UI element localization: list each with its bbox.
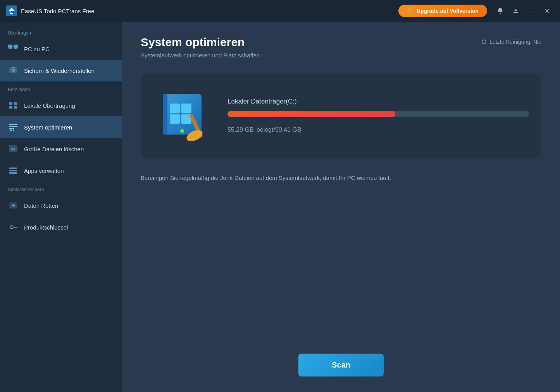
content-area: System optimieren Systemlaufwerk optimie… [122, 22, 560, 392]
sichern-icon [8, 65, 19, 76]
svg-rect-27 [9, 172, 17, 174]
lock-icon: 🔒 [407, 8, 414, 14]
svg-rect-22 [13, 130, 14, 131]
svg-rect-18 [9, 124, 17, 125]
app-logo-icon [6, 5, 17, 16]
svg-rect-39 [181, 104, 191, 113]
svg-rect-13 [12, 67, 15, 68]
system-optimieren-icon [8, 122, 19, 133]
sidebar-item-label: Produktschlüssel [24, 224, 68, 231]
minimize-button[interactable]: — [524, 4, 538, 18]
drive-card: Lokaler Datenträger(C:) 55.29 GB belegt/… [141, 74, 541, 158]
sidebar-item-pc-zu-pc[interactable]: PC zu PC [0, 38, 122, 60]
svg-point-42 [180, 129, 184, 133]
content-header: System optimieren Systemlaufwerk optimie… [122, 22, 560, 66]
drive-name: Lokaler Datenträger(C:) [227, 98, 529, 105]
drive-info: Lokaler Datenträger(C:) 55.29 GB belegt/… [227, 98, 529, 135]
page-title: System optimieren [141, 36, 260, 49]
grosse-dateien-icon: GB [8, 143, 19, 154]
sidebar-item-produktschlussel[interactable]: Produktschlüssel [0, 216, 122, 238]
scan-button[interactable]: Scan [298, 354, 384, 376]
svg-rect-11 [10, 68, 17, 73]
svg-rect-15 [14, 102, 17, 105]
last-cleaned-text: Letzte Reinigung: Nie [489, 39, 541, 45]
svg-rect-5 [8, 45, 12, 48]
sidebar-item-label: System optimieren [24, 124, 72, 131]
header-text: System optimieren Systemlaufwerk optimie… [141, 36, 260, 59]
sidebar-item-sichern[interactable]: Sichern & Wiederherstellen [0, 60, 122, 81]
svg-rect-25 [9, 168, 17, 169]
close-button[interactable]: ✕ [540, 4, 554, 18]
app-logo: EaseUS Todo PCTrans Free [6, 5, 94, 16]
storage-suffix: belegt/99.41 GB [257, 126, 302, 133]
sidebar-item-system-optimieren[interactable]: System optimieren [0, 116, 122, 138]
sidebar-item-label: Sichern & Wiederherstellen [24, 67, 95, 74]
sidebar: Übertragen PC zu PC [0, 22, 122, 392]
sidebar-item-label: Daten Retten [24, 202, 58, 209]
produktschlussel-icon [8, 222, 19, 233]
svg-rect-2 [10, 11, 13, 13]
svg-rect-10 [15, 49, 17, 50]
section-key-label: Schlüssel sichern [0, 181, 122, 195]
svg-rect-16 [9, 106, 12, 109]
scan-button-container: Scan [122, 342, 560, 392]
sidebar-item-lokale-ubertragung[interactable]: Lokale Übertragung [0, 95, 122, 116]
sidebar-item-apps-verwalten[interactable]: Apps verwalten [0, 160, 122, 181]
notification-button[interactable] [493, 4, 507, 18]
storage-bar-background [227, 111, 529, 117]
svg-point-31 [10, 226, 13, 229]
drive-illustration [153, 85, 215, 147]
svg-marker-4 [514, 9, 518, 11]
sidebar-item-label: Apps verwalten [24, 168, 64, 174]
sidebar-item-label: Lokale Übertragung [24, 102, 75, 109]
section-transfer-label: Übertragen [0, 25, 122, 38]
sidebar-item-grosse-dateien[interactable]: GB Große Dateien löschen [0, 138, 122, 160]
apps-verwalten-icon [8, 165, 19, 176]
svg-rect-7 [9, 49, 11, 50]
svg-rect-19 [9, 126, 17, 127]
sidebar-item-label: Große Dateien löschen [24, 146, 84, 152]
daten-retten-icon [8, 200, 19, 211]
titlebar: EaseUS Todo PCTrans Free 🔒 Upgrade auf V… [0, 0, 560, 22]
storage-usage: 55.29 GB belegt/99.41 GB [227, 123, 529, 135]
svg-rect-26 [9, 170, 17, 171]
description-text: Bereinigen Sie regelmäßig die Junk-Datei… [122, 166, 560, 190]
app-title: EaseUS Todo PCTrans Free [21, 8, 94, 14]
svg-rect-9 [14, 48, 17, 49]
svg-rect-40 [170, 114, 180, 124]
svg-rect-6 [9, 48, 12, 49]
svg-rect-20 [9, 128, 14, 129]
main-layout: Übertragen PC zu PC [0, 22, 560, 392]
section-clean-label: Bereinigen [0, 81, 122, 95]
window-controls: — ✕ [493, 4, 554, 18]
pc-zu-pc-icon [8, 43, 19, 54]
storage-bar-fill [227, 111, 395, 117]
upgrade-button[interactable]: 🔒 Upgrade auf Vollversion [398, 5, 487, 17]
minimize-to-tray-button[interactable] [509, 4, 523, 18]
lokale-ubertragung-icon [8, 100, 19, 111]
sidebar-item-daten-retten[interactable]: Daten Retten [0, 195, 122, 216]
svg-rect-14 [9, 102, 12, 105]
svg-rect-38 [170, 104, 180, 113]
svg-rect-21 [10, 130, 12, 131]
svg-rect-37 [163, 94, 167, 135]
sidebar-item-label: PC zu PC [24, 46, 50, 52]
last-cleaned: Letzte Reinigung: Nie [481, 39, 541, 45]
svg-text:GB: GB [11, 147, 16, 150]
svg-rect-17 [14, 106, 17, 109]
svg-rect-3 [513, 12, 518, 13]
page-subtitle: Systemlaufwerk optimieren und Platz scha… [141, 52, 260, 59]
